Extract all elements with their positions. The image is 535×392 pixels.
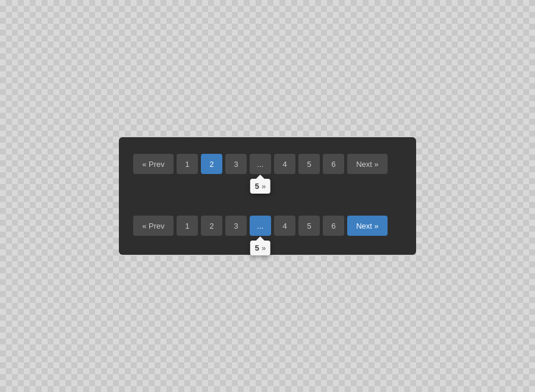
page-6-btn-1[interactable]: 6	[323, 154, 344, 174]
next-button-1[interactable]: Next »	[347, 154, 388, 174]
dropdown-popup-1: 5 »	[250, 179, 270, 194]
prev-button-1[interactable]: « Prev	[133, 154, 174, 174]
popup-arrow-2: »	[262, 244, 266, 252]
next-button-2[interactable]: Next »	[347, 216, 388, 236]
page-5-btn-1[interactable]: 5	[298, 154, 320, 174]
page-4-btn-2[interactable]: 4	[274, 216, 295, 236]
dropdown-popup-2: 5 »	[250, 241, 270, 255]
page-2-btn-2[interactable]: 2	[201, 216, 222, 236]
page-2-btn-1[interactable]: 2	[201, 154, 222, 174]
page-5-btn-2[interactable]: 5	[298, 216, 320, 236]
page-6-btn-2[interactable]: 6	[323, 216, 344, 236]
ellipsis-dropdown-1: ... 5 »	[250, 154, 271, 174]
prev-button-2[interactable]: « Prev	[133, 216, 174, 236]
ellipsis-dropdown-2: ... 5 »	[250, 216, 271, 236]
ellipsis-btn-1[interactable]: ...	[250, 154, 271, 174]
page-3-btn-2[interactable]: 3	[225, 216, 247, 236]
popup-value-1: 5	[255, 182, 259, 191]
pagination-row-1: « Prev 1 2 3 ... 5 » 4 5 6 Next »	[133, 154, 402, 174]
page-1-btn-1[interactable]: 1	[177, 154, 198, 174]
main-panel: « Prev 1 2 3 ... 5 » 4 5 6 Next » « Prev…	[119, 137, 416, 255]
page-3-btn-1[interactable]: 3	[225, 154, 247, 174]
page-4-btn-1[interactable]: 4	[274, 154, 295, 174]
popup-value-2: 5	[255, 244, 259, 252]
page-1-btn-2[interactable]: 1	[177, 216, 198, 236]
pagination-row-2: « Prev 1 2 3 ... 5 » 4 5 6 Next »	[133, 216, 402, 236]
ellipsis-btn-2[interactable]: ...	[250, 216, 271, 236]
popup-arrow-1: »	[262, 182, 266, 191]
